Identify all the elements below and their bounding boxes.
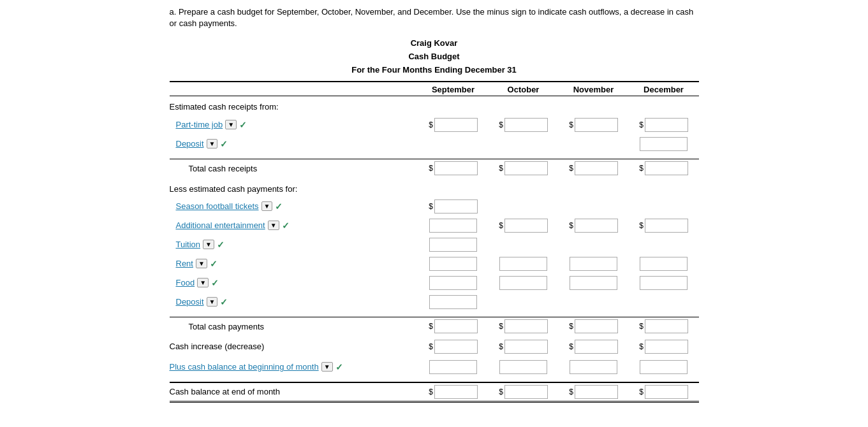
col-header-oct: October — [489, 85, 559, 94]
sep-input-totalreceipts[interactable] — [434, 161, 478, 175]
nov-dollar-totalreceipts: $ — [569, 164, 573, 173]
nov-input-cashinc[interactable] — [575, 340, 618, 354]
nov-input-plusbal[interactable] — [570, 360, 617, 374]
nov-dollar-cashend: $ — [569, 387, 573, 396]
nov-input-parttime[interactable] — [575, 118, 618, 132]
sep-dollar-totalreceipts: $ — [429, 164, 433, 173]
dec-input-parttime[interactable] — [645, 118, 688, 132]
nov-input-entertainment[interactable] — [575, 219, 618, 233]
oct-input-cashinc[interactable] — [504, 340, 548, 354]
entertainment-check: ✓ — [282, 221, 290, 231]
oct-input-rent[interactable] — [499, 257, 547, 271]
nov-input-food[interactable] — [570, 276, 617, 290]
sep-dollar-parttime: $ — [429, 120, 433, 129]
oct-input-totalreceipts[interactable] — [504, 161, 548, 175]
part-time-job-dropdown[interactable]: ▼ — [225, 120, 237, 129]
tuition-dropdown[interactable]: ▼ — [203, 240, 214, 249]
football-tickets-check: ✓ — [275, 201, 283, 212]
col-header-sep: September — [418, 85, 489, 94]
sep-input-parttime[interactable] — [434, 118, 478, 132]
rent-dropdown[interactable]: ▼ — [196, 259, 207, 268]
dec-input-cashend[interactable] — [645, 385, 688, 399]
sep-input-deposit-payments[interactable] — [429, 295, 477, 309]
part-time-job-check: ✓ — [239, 120, 247, 130]
sep-input-tuition[interactable] — [429, 238, 477, 252]
oct-dollar-entertainment: $ — [499, 221, 503, 230]
col-header-dec: December — [629, 85, 699, 94]
cash-end-label: Cash balance at end of month — [170, 387, 280, 396]
food-check: ✓ — [211, 278, 219, 288]
oct-input-plusbal[interactable] — [499, 360, 547, 374]
food-dropdown[interactable]: ▼ — [197, 278, 209, 287]
football-tickets-dropdown[interactable]: ▼ — [261, 201, 273, 211]
deposit-receipts-dropdown[interactable]: ▼ — [207, 139, 218, 148]
dec-input-food[interactable] — [640, 276, 688, 290]
nov-input-rent[interactable] — [570, 257, 617, 271]
sep-input-football[interactable] — [434, 199, 478, 214]
plus-balance-check: ✓ — [335, 362, 343, 372]
nov-dollar-cashinc: $ — [569, 342, 573, 351]
dec-dollar-parttime: $ — [639, 120, 644, 129]
dec-dollar-totalreceipts: $ — [639, 164, 644, 173]
dec-input-rent[interactable] — [640, 257, 688, 271]
oct-dollar-cashend: $ — [499, 387, 503, 396]
rent-label[interactable]: Rent — [176, 259, 193, 268]
plus-balance-label[interactable]: Plus cash balance at beginning of month — [170, 362, 319, 372]
deposit-payments-dropdown[interactable]: ▼ — [207, 297, 218, 307]
sep-input-entertainment[interactable] — [429, 219, 477, 233]
entertainment-label[interactable]: Additional entertainment — [176, 221, 265, 230]
cash-increase-label: Cash increase (decrease) — [170, 342, 265, 351]
sep-input-totalpay[interactable] — [434, 319, 478, 333]
sep-input-rent[interactable] — [429, 257, 477, 271]
report-period: For the Four Months Ending December 31 — [170, 64, 699, 77]
oct-dollar-parttime: $ — [499, 120, 503, 129]
sep-input-cashend[interactable] — [434, 385, 478, 399]
tuition-check: ✓ — [217, 240, 224, 250]
dec-input-totalpay[interactable] — [645, 319, 688, 333]
nov-input-totalpay[interactable] — [575, 319, 618, 333]
sep-dollar-cashinc: $ — [429, 342, 433, 351]
sep-input-plusbal[interactable] — [429, 360, 477, 374]
rent-check: ✓ — [210, 259, 217, 269]
nov-input-totalreceipts[interactable] — [575, 161, 618, 175]
nov-input-cashend[interactable] — [575, 385, 618, 399]
dec-input-deposit-receipts[interactable] — [640, 137, 688, 151]
entertainment-dropdown[interactable]: ▼ — [268, 221, 279, 230]
receipts-section-header: Estimated cash receipts from: — [170, 102, 279, 112]
deposit-receipts-check: ✓ — [220, 139, 228, 149]
dec-input-entertainment[interactable] — [645, 219, 688, 233]
part-time-job-label[interactable]: Part-time job — [176, 120, 223, 129]
nov-dollar-totalpay: $ — [569, 322, 573, 331]
oct-input-food[interactable] — [499, 276, 547, 290]
total-receipts-label: Total cash receipts — [170, 164, 258, 173]
payments-section-header: Less estimated cash payments for: — [170, 184, 298, 194]
dec-dollar-cashend: $ — [639, 387, 644, 396]
deposit-receipts-label[interactable]: Deposit — [176, 139, 204, 148]
dec-dollar-totalpay: $ — [639, 322, 644, 331]
sep-dollar-football: $ — [429, 202, 433, 211]
sep-input-food[interactable] — [429, 276, 477, 290]
dec-input-plusbal[interactable] — [640, 360, 688, 374]
dec-input-cashinc[interactable] — [645, 340, 688, 354]
dec-input-totalreceipts[interactable] — [645, 161, 688, 175]
oct-dollar-totalpay: $ — [499, 322, 503, 331]
oct-dollar-totalreceipts: $ — [499, 164, 503, 173]
plus-balance-dropdown[interactable]: ▼ — [321, 362, 333, 372]
oct-input-totalpay[interactable] — [504, 319, 548, 333]
nov-dollar-entertainment: $ — [569, 221, 573, 230]
sep-dollar-totalpay: $ — [429, 322, 433, 331]
dec-dollar-entertainment: $ — [639, 221, 644, 230]
sep-input-cashinc[interactable] — [434, 340, 478, 354]
football-tickets-label[interactable]: Season football tickets — [176, 201, 259, 211]
oct-dollar-cashinc: $ — [499, 342, 503, 351]
report-title: Cash Budget — [170, 50, 699, 64]
oct-input-parttime[interactable] — [504, 118, 548, 132]
instruction-text: a. Prepare a cash budget for September, … — [170, 6, 699, 29]
nov-dollar-parttime: $ — [569, 120, 573, 129]
col-header-nov: November — [559, 85, 629, 94]
tuition-label[interactable]: Tuition — [176, 240, 201, 249]
oct-input-entertainment[interactable] — [504, 219, 548, 233]
food-label[interactable]: Food — [176, 278, 195, 287]
oct-input-cashend[interactable] — [504, 385, 548, 399]
deposit-payments-label[interactable]: Deposit — [176, 297, 204, 307]
